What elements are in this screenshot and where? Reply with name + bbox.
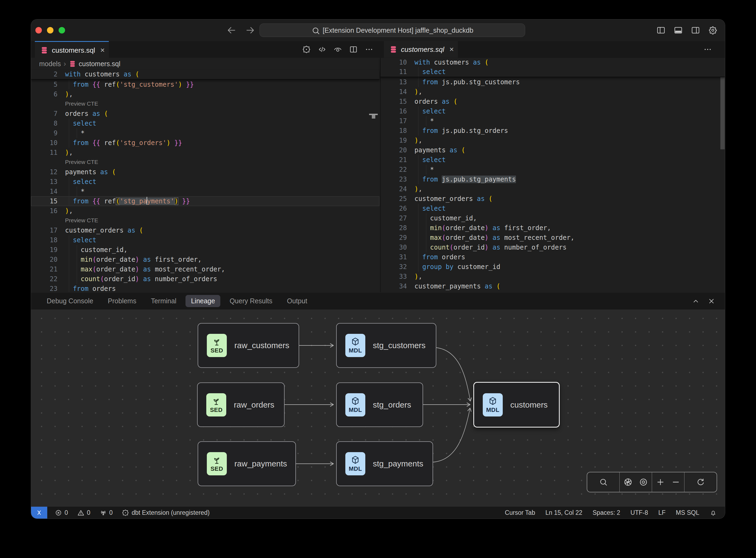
code-line[interactable]: 6), bbox=[31, 90, 379, 99]
status-spaces-2[interactable]: Spaces: 2 bbox=[593, 509, 620, 516]
code-line[interactable]: 20payments as ( bbox=[381, 145, 725, 155]
code-line[interactable]: 24), bbox=[381, 184, 725, 194]
code-line[interactable]: 18 from js.pub.stg_orders bbox=[381, 126, 725, 135]
minimize-window-button[interactable] bbox=[47, 27, 53, 33]
code-line[interactable]: 21 select bbox=[381, 155, 725, 165]
code-line[interactable]: 17 * bbox=[381, 116, 725, 126]
eye-icon[interactable] bbox=[332, 44, 344, 55]
status-cursor-tab[interactable]: Cursor Tab bbox=[505, 509, 535, 516]
code-line[interactable]: 10 from {{ ref('stg_orders') }} bbox=[31, 138, 379, 148]
layout-secondary-icon[interactable] bbox=[689, 24, 702, 36]
command-center-search[interactable]: [Extension Development Host] jaffle_shop… bbox=[259, 24, 525, 37]
breadcrumb-folder[interactable]: models bbox=[39, 60, 61, 68]
code-line[interactable]: 23 from orders bbox=[31, 284, 379, 292]
status-broadcast[interactable]: 0 bbox=[100, 509, 113, 516]
panel-close-icon[interactable] bbox=[708, 297, 715, 305]
lineage-node-stg_customers[interactable]: MDLstg_customers bbox=[336, 323, 436, 368]
code-line[interactable]: 20 min(order_date) as first_order, bbox=[31, 255, 379, 264]
code-line[interactable]: 16 select bbox=[381, 106, 725, 116]
code-line[interactable]: 2with customers as ( bbox=[31, 70, 379, 79]
editor-pane-compiled[interactable]: 10with customers as (11 select 13 from j… bbox=[380, 58, 725, 292]
close-window-button[interactable] bbox=[35, 27, 42, 33]
code-line[interactable]: 25customer_orders as ( bbox=[381, 194, 725, 204]
status-ms-sql[interactable]: MS SQL bbox=[676, 509, 699, 516]
lineage-node-raw_payments[interactable]: SEDraw_payments bbox=[198, 441, 296, 486]
code-line[interactable]: 9 * bbox=[31, 128, 379, 138]
code-line[interactable]: 17customer_orders as ( bbox=[31, 226, 379, 235]
more-icon[interactable] bbox=[363, 44, 375, 55]
code-line[interactable]: 33), bbox=[381, 272, 725, 281]
code-line[interactable]: 11), bbox=[31, 148, 379, 157]
code-line[interactable]: 23 from js.pub.stg_payments bbox=[381, 175, 725, 184]
panel-tab-terminal[interactable]: Terminal bbox=[146, 295, 182, 307]
code-line[interactable]: 30 count(order_id) as number_of_orders bbox=[381, 243, 725, 252]
sticky-scroll[interactable]: 10with customers as (11 select bbox=[381, 58, 725, 77]
code-line[interactable]: 28 min(order_date) as first_order, bbox=[381, 223, 725, 233]
lineage-node-raw_orders[interactable]: SEDraw_orders bbox=[197, 382, 285, 427]
code-line[interactable]: 5 from {{ ref('stg_customers') }} bbox=[31, 80, 379, 90]
codelens-preview-cte[interactable]: Preview CTE bbox=[31, 216, 379, 226]
code-line[interactable]: 32 group by customer_id bbox=[381, 262, 725, 272]
split-editor-icon[interactable] bbox=[347, 44, 359, 55]
editor-pane-source[interactable]: models › customers.sql 2with customers a… bbox=[31, 58, 379, 292]
status-utf-8[interactable]: UTF-8 bbox=[630, 509, 648, 516]
code-line[interactable]: 16), bbox=[31, 206, 379, 216]
status-lf[interactable]: LF bbox=[658, 509, 666, 516]
code-line[interactable]: 18 select bbox=[31, 235, 379, 245]
code-line[interactable]: 11 select bbox=[381, 67, 725, 77]
gear-icon[interactable] bbox=[707, 24, 719, 36]
code-icon[interactable] bbox=[316, 44, 328, 55]
panel-tab-problems[interactable]: Problems bbox=[102, 295, 142, 307]
status-warning-triangle[interactable]: 0 bbox=[77, 509, 90, 516]
layout-sidebar-icon[interactable] bbox=[655, 24, 667, 36]
status-dbt[interactable]: dbt Extension (unregistered) bbox=[122, 509, 210, 516]
code-line[interactable]: 14), bbox=[381, 87, 725, 97]
search-icon[interactable] bbox=[596, 475, 611, 489]
codelens-preview-cte[interactable]: Preview CTE bbox=[31, 99, 379, 109]
zoom-window-button[interactable] bbox=[59, 27, 65, 33]
tab-customers-sql[interactable]: customers.sql × bbox=[35, 41, 109, 59]
code-line[interactable]: 31 from orders bbox=[381, 252, 725, 262]
lineage-canvas[interactable]: SEDraw_customersMDLstg_customersSEDraw_o… bbox=[31, 309, 725, 507]
breadcrumb-file[interactable]: customers.sql bbox=[79, 60, 121, 68]
code-line[interactable]: 14 * bbox=[31, 187, 379, 196]
code-lines[interactable]: 5 from {{ ref('stg_customers') }}6),Prev… bbox=[31, 80, 379, 292]
close-tab-icon[interactable]: × bbox=[449, 45, 453, 54]
lineage-node-customers[interactable]: MDLcustomers bbox=[473, 382, 560, 428]
lineage-node-stg_payments[interactable]: MDLstg_payments bbox=[336, 441, 433, 486]
code-line[interactable]: 8 select bbox=[31, 119, 379, 128]
code-line[interactable]: 22 count(order_id) as number_of_orders bbox=[31, 274, 379, 284]
status-error-circle[interactable]: 0 bbox=[55, 509, 68, 516]
zoom-in-icon[interactable] bbox=[653, 475, 668, 489]
code-lines[interactable]: 13 from js.pub.stg_customers14),15orders… bbox=[381, 77, 725, 291]
status-ln-15-col-22[interactable]: Ln 15, Col 22 bbox=[545, 509, 582, 516]
lineage-node-stg_orders[interactable]: MDLstg_orders bbox=[336, 382, 423, 427]
code-line[interactable]: 15orders as ( bbox=[381, 97, 725, 106]
code-line[interactable]: 22 * bbox=[381, 165, 725, 175]
panel-tab-lineage[interactable]: Lineage bbox=[185, 295, 220, 307]
code-line[interactable]: 19 customer_id, bbox=[31, 245, 379, 255]
reset-icon[interactable] bbox=[693, 475, 708, 489]
layout-panel-icon[interactable] bbox=[672, 24, 684, 36]
code-line[interactable]: 7orders as ( bbox=[31, 109, 379, 119]
panel-tab-debug-console[interactable]: Debug Console bbox=[41, 295, 99, 307]
remote-indicator[interactable] bbox=[31, 507, 47, 518]
code-line[interactable]: 13 select bbox=[31, 177, 379, 187]
back-arrow-icon[interactable] bbox=[226, 24, 237, 36]
code-line[interactable]: 13 from js.pub.stg_customers bbox=[381, 77, 725, 87]
close-tab-icon[interactable]: × bbox=[100, 46, 104, 55]
code-line[interactable]: 12payments as ( bbox=[31, 167, 379, 177]
code-line[interactable]: 10with customers as ( bbox=[381, 58, 725, 67]
sticky-scroll[interactable]: 2with customers as ( bbox=[31, 70, 379, 80]
code-line[interactable]: 21 max(order_date) as most_recent_order, bbox=[31, 264, 379, 274]
dbt-icon[interactable] bbox=[301, 44, 312, 55]
breadcrumb[interactable]: models › customers.sql bbox=[31, 58, 379, 70]
aperture-icon[interactable] bbox=[621, 475, 635, 489]
focus-icon[interactable] bbox=[636, 475, 651, 489]
code-line[interactable]: 29 max(order_date) as most_recent_order, bbox=[381, 233, 725, 243]
forward-arrow-icon[interactable] bbox=[244, 24, 256, 36]
code-line[interactable]: 27 customer_id, bbox=[381, 213, 725, 223]
panel-tab-query-results[interactable]: Query Results bbox=[224, 295, 278, 307]
status-bell[interactable] bbox=[709, 509, 717, 516]
panel-chevron-up-icon[interactable] bbox=[692, 297, 700, 305]
